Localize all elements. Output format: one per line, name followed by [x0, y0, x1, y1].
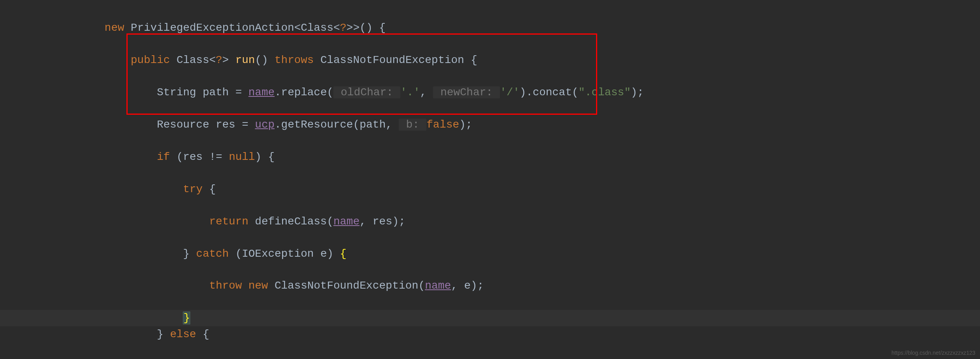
- code-line: if (res != null) {: [0, 149, 980, 165]
- code-line: public Class<?> run() throws ClassNotFou…: [0, 52, 980, 68]
- field-ucp: ucp: [255, 119, 274, 131]
- code-editor[interactable]: new PrivilegedExceptionAction<Class<?>>(…: [0, 4, 980, 359]
- keyword-public: public: [131, 54, 170, 66]
- code-line: String path = name.replace( oldChar: '.'…: [0, 84, 980, 100]
- brace-close-matched: }: [183, 312, 190, 324]
- code-line: throw new ClassNotFoundException(name, e…: [0, 278, 980, 294]
- keyword-new: new: [105, 22, 124, 34]
- param-hint: newChar:: [433, 86, 500, 98]
- watermark-text: https://blog.csdn.net/zxzzxzzxz123: [891, 350, 975, 356]
- param-hint: oldChar:: [333, 86, 400, 98]
- code-line: new PrivilegedExceptionAction<Class<?>>(…: [0, 20, 980, 36]
- field-name: name: [249, 86, 275, 98]
- code-line: Resource res = ucp.getResource(path, b: …: [0, 117, 980, 133]
- brace-open: {: [340, 248, 347, 260]
- type-name: PrivilegedExceptionAction: [131, 22, 294, 34]
- code-line: } catch (IOException e) {: [0, 246, 980, 262]
- field-name: name: [425, 280, 451, 292]
- code-line-active: }: [0, 310, 980, 326]
- code-line: return defineClass(name, res);: [0, 214, 980, 229]
- param-hint: b:: [399, 119, 426, 131]
- code-line: } else {: [0, 326, 980, 342]
- field-name: name: [333, 215, 359, 228]
- method-run: run: [235, 54, 255, 66]
- code-line: try {: [0, 181, 980, 197]
